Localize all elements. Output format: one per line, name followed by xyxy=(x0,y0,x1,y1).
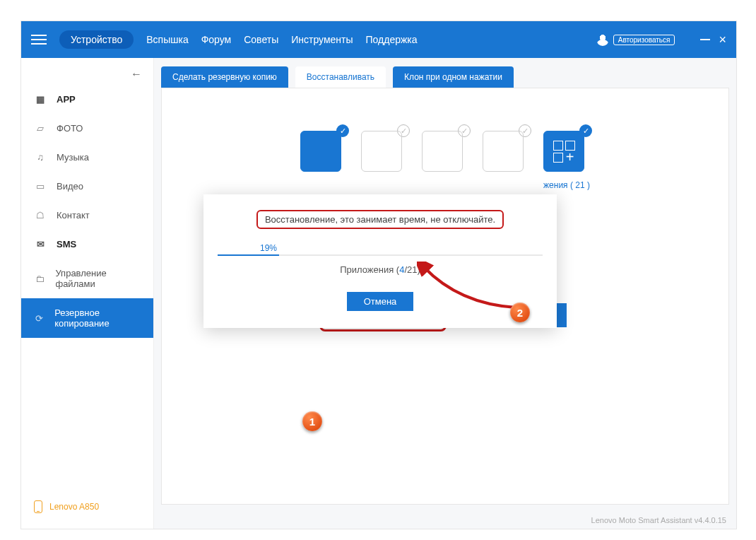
grid-icon: ▦ xyxy=(34,95,47,105)
sidebar-item-label: ФОТО xyxy=(57,123,83,134)
progress-percent: 19% xyxy=(260,243,543,253)
category-tile[interactable]: ✓ xyxy=(361,131,408,190)
nav-tools[interactable]: Инструменты xyxy=(291,34,353,45)
sidebar-item-music[interactable]: ♫ Музыка xyxy=(21,143,153,172)
nav-support[interactable]: Поддержка xyxy=(366,34,418,45)
sidebar-item-video[interactable]: ▭ Видео xyxy=(21,172,153,201)
annotation-marker-2: 2 xyxy=(510,303,530,322)
login-button[interactable]: Авторизоваться xyxy=(613,35,675,45)
user-area: Авторизоваться xyxy=(596,33,675,46)
annotation-marker-1: 1 xyxy=(302,411,322,431)
user-icon xyxy=(596,33,609,46)
back-arrow-icon[interactable]: ← xyxy=(131,64,142,85)
modal-cancel-button[interactable]: Отмена xyxy=(347,292,414,311)
sidebar-item-label: APP xyxy=(57,94,76,105)
category-row: ✓ ✓ ✓ ✓ ✓ xyxy=(300,131,590,190)
sidebar-item-label: Музыка xyxy=(57,152,89,163)
sidebar-item-label: Резервное копирование xyxy=(54,307,141,329)
backup-icon: ⟳ xyxy=(34,313,45,323)
nav-device[interactable]: Устройство xyxy=(59,30,134,49)
nav-flash[interactable]: Вспышка xyxy=(146,34,188,45)
titlebar: Устройство Вспышка Форум Советы Инструме… xyxy=(21,21,736,58)
sidebar-item-label: SMS xyxy=(57,239,76,250)
music-icon: ♫ xyxy=(34,153,47,163)
sidebar: ← ▦ APP ▱ ФОТО ♫ Музыка ▭ Видео ☖ Контак… xyxy=(21,58,154,529)
sidebar-item-label: Управление файлами xyxy=(55,268,141,289)
footer-version: Lenovo Moto Smart Assistant v4.4.0.15 xyxy=(154,512,736,529)
modal-message: Восстановление, это занимает время, не о… xyxy=(256,210,504,229)
sidebar-item-label: Видео xyxy=(57,181,83,192)
close-icon[interactable]: × xyxy=(719,33,726,46)
device-label: Lenovo A850 xyxy=(49,502,99,512)
nav-forum[interactable]: Форум xyxy=(201,34,232,45)
sms-icon: ✉ xyxy=(34,240,47,250)
tab-backup[interactable]: Сделать резервную копию xyxy=(161,66,288,88)
sidebar-item-files[interactable]: 🗀 Управление файлами xyxy=(21,259,153,298)
category-label: жения ( 21 ) xyxy=(543,180,590,190)
progress-bar xyxy=(218,254,543,256)
category-tile[interactable]: ✓ xyxy=(300,131,347,190)
folder-icon: 🗀 xyxy=(34,274,45,283)
sidebar-item-label: Контакт xyxy=(57,210,90,221)
sidebar-item-sms[interactable]: ✉ SMS xyxy=(21,230,153,259)
nav-tips[interactable]: Советы xyxy=(244,34,278,45)
sidebar-item-contact[interactable]: ☖ Контакт xyxy=(21,201,153,230)
category-tile-apps[interactable]: ✓ + жения ( 21 ) xyxy=(543,131,590,190)
photo-icon: ▱ xyxy=(34,124,47,134)
sidebar-item-app[interactable]: ▦ APP xyxy=(21,85,153,114)
category-tile[interactable]: ✓ xyxy=(422,131,468,190)
video-icon: ▭ xyxy=(34,182,47,192)
apps-icon: + xyxy=(553,141,575,163)
progress: 19% Приложения (4/21) xyxy=(218,243,543,275)
restore-progress-modal: Восстановление, это занимает время, не о… xyxy=(203,194,557,328)
progress-label: Приложения (4/21) xyxy=(218,264,543,275)
sidebar-item-photo[interactable]: ▱ ФОТО xyxy=(21,114,153,143)
progress-fill xyxy=(218,254,279,256)
connected-device: Lenovo A850 xyxy=(21,491,153,529)
phone-icon xyxy=(34,500,42,513)
tab-restore[interactable]: Восстанавливать xyxy=(295,66,386,88)
minimize-icon[interactable] xyxy=(700,39,710,40)
tab-clone[interactable]: Клон при одном нажатии xyxy=(393,66,514,88)
app-window: Устройство Вспышка Форум Советы Инструме… xyxy=(21,21,736,529)
sidebar-item-backup[interactable]: ⟳ Резервное копирование xyxy=(21,298,153,338)
menu-icon[interactable] xyxy=(31,35,47,45)
category-tile[interactable]: ✓ xyxy=(483,131,529,190)
contact-icon: ☖ xyxy=(34,211,47,221)
tabs: Сделать резервную копию Восстанавливать … xyxy=(154,58,736,88)
